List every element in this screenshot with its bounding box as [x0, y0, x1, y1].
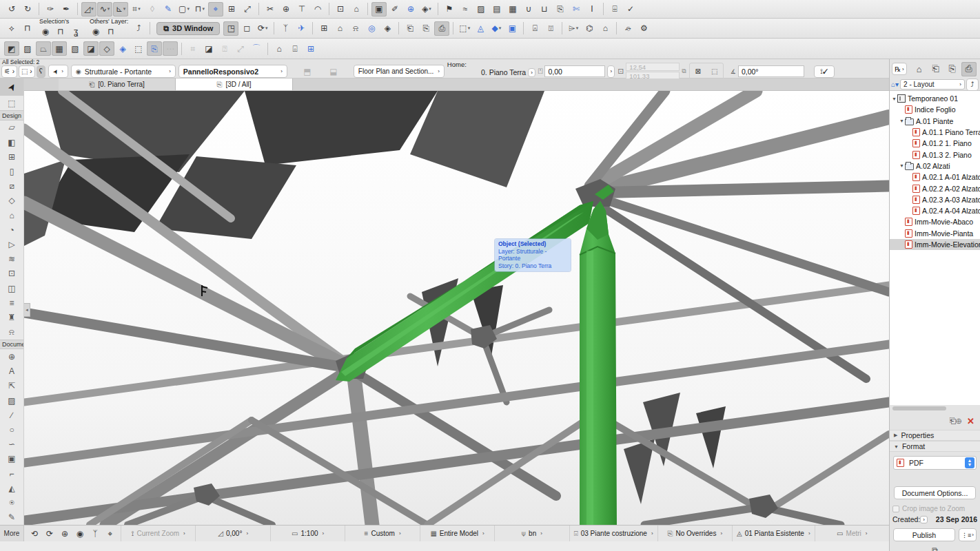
- mesh-tool[interactable]: ≋: [0, 252, 23, 267]
- layout-book-icon[interactable]: ⎘: [945, 62, 960, 76]
- tree-item[interactable]: Imm-Movie-Abaco: [890, 216, 980, 227]
- gravity-icon[interactable]: ✎: [161, 2, 176, 17]
- layers-blue-icon[interactable]: ⎘: [147, 41, 162, 56]
- rotation-segment[interactable]: ◿0,00°›: [195, 526, 269, 541]
- tree-item[interactable]: Imm-Movie-Pianta: [890, 228, 980, 239]
- frame-expand-icon[interactable]: ⤢: [233, 41, 248, 56]
- 3d-viewport[interactable]: Object (Selected) Layer: Strutturale - P…: [24, 91, 889, 525]
- lamp-tool[interactable]: ⍾: [0, 325, 23, 340]
- door-tool[interactable]: ◧: [0, 135, 23, 149]
- ghost-cube-1-icon[interactable]: ⬒: [300, 64, 315, 79]
- elevation-chooser[interactable]: ›: [607, 65, 615, 78]
- column-tool[interactable]: ▯: [0, 164, 23, 178]
- tree-item[interactable]: ▼Temporaneo 01: [890, 93, 980, 104]
- palette-handle[interactable]: ◂: [24, 303, 30, 317]
- door-leaf-icon[interactable]: ⎘: [553, 2, 568, 17]
- hatch-icon[interactable]: ▨: [473, 2, 489, 17]
- object-chooser[interactable]: PannelloResponsivo2 ›: [178, 65, 287, 78]
- eye-preview-icon[interactable]: ◉: [73, 526, 87, 541]
- overrides-segment[interactable]: ⎘No Overrides›: [657, 526, 732, 541]
- others-show-icon[interactable]: ◉: [88, 25, 103, 39]
- units-segment[interactable]: ▭Metri›: [815, 526, 889, 541]
- drop-icon[interactable]: ∪: [521, 2, 536, 17]
- schedule-table-icon[interactable]: ⌹: [607, 2, 622, 17]
- zoom-in-icon[interactable]: ⊕: [58, 526, 72, 541]
- expander-icon[interactable]: ▼: [899, 163, 905, 168]
- fit-icon[interactable]: ⤢: [240, 2, 255, 17]
- coord-abs-icon[interactable]: ⊠: [691, 64, 706, 79]
- line-tool[interactable]: ∕: [0, 408, 23, 422]
- render-brush-icon[interactable]: ⍓: [527, 21, 542, 36]
- layers-book-icon[interactable]: ▤: [489, 2, 504, 17]
- 3d-window-button[interactable]: ⧉3D Window: [156, 22, 220, 35]
- walk-mode-icon[interactable]: ᛉ: [88, 526, 102, 541]
- tree-item[interactable]: A.01.3 2. Piano: [890, 149, 980, 160]
- curtain-wall-tool[interactable]: ◫: [0, 281, 23, 295]
- look-to-icon[interactable]: ◎: [364, 21, 379, 36]
- subset-tool-1-icon[interactable]: ⚟ ›: [1, 65, 17, 78]
- snap-guides-icon[interactable]: ∿: [97, 2, 112, 17]
- zoom-home-icon[interactable]: ⌂: [332, 21, 347, 36]
- tree-item[interactable]: A.02.4 A-04 Alzato Ov: [890, 205, 980, 216]
- elevation-tool[interactable]: ◭: [0, 481, 23, 495]
- format-select[interactable]: PDF ▲▼: [893, 456, 977, 470]
- dense-grid-icon[interactable]: ▦: [505, 2, 520, 17]
- zone-tool[interactable]: ⊡: [0, 267, 23, 281]
- project-chooser-button[interactable]: ℞ ›: [892, 63, 907, 75]
- view-map-icon[interactable]: ⎗: [928, 62, 943, 76]
- window-blue-icon[interactable]: ⊞: [303, 41, 318, 56]
- trim-icon[interactable]: ✄: [569, 2, 584, 17]
- expander-icon[interactable]: ▼: [899, 118, 905, 123]
- home-dashed-icon[interactable]: ⌂: [272, 41, 287, 56]
- format-header[interactable]: ▼ Format: [890, 441, 980, 452]
- fill-angle-icon[interactable]: ◪: [83, 41, 99, 56]
- renovation-icon[interactable]: ⚑: [442, 2, 457, 17]
- add-shortcut-icon[interactable]: ⎗⊕: [950, 416, 961, 426]
- arrow-tool-chooser[interactable]: ➤ ›: [48, 65, 68, 78]
- clipboard-icon[interactable]: ⎙: [434, 21, 449, 36]
- solid-op-icon[interactable]: ◈: [419, 2, 434, 17]
- orbit-icon[interactable]: ⟳: [255, 21, 270, 36]
- others-lock-icon[interactable]: ⊓: [103, 25, 119, 39]
- dimension-tool[interactable]: ⊕: [0, 349, 23, 364]
- apply-parameters-button[interactable]: ⟟✓: [814, 65, 835, 78]
- layer-chooser[interactable]: ◉ Strutturale - Portante ›: [71, 65, 176, 78]
- wall-tool[interactable]: ▱: [0, 121, 23, 135]
- pen-set-segment[interactable]: ⍦bn›: [494, 526, 569, 541]
- home-story-icon[interactable]: ⌂: [349, 2, 364, 17]
- jump-up-button[interactable]: ⤴: [966, 79, 979, 91]
- lock-unlock-icon[interactable]: ⊓: [20, 21, 35, 36]
- text-tool[interactable]: A: [0, 364, 23, 379]
- person-target-icon[interactable]: ⍾: [348, 21, 363, 36]
- perspective-icon[interactable]: ◳: [223, 21, 238, 36]
- paint-icon[interactable]: ⊔: [537, 2, 552, 17]
- figure-tool[interactable]: ▣: [0, 452, 23, 466]
- camera-add-icon[interactable]: ⌬: [582, 21, 597, 36]
- tree-item[interactable]: A.02.3 A-03 Alzato Su: [890, 194, 980, 205]
- fill-corner-icon[interactable]: ◩: [4, 41, 19, 56]
- adjust-icon[interactable]: ⊤: [294, 2, 309, 17]
- camera-icon[interactable]: ⌲: [566, 21, 581, 36]
- selection-lock-icon[interactable]: ⊓: [53, 25, 68, 39]
- spell-check-icon[interactable]: ✓: [623, 2, 638, 17]
- book-open-icon[interactable]: ⌻: [287, 41, 303, 56]
- mesh-icon[interactable]: ≈: [458, 2, 473, 17]
- layout-dropdown[interactable]: 2 - Layout ›: [900, 79, 965, 90]
- fill-tool[interactable]: ▨: [0, 393, 23, 408]
- fit-in-window-icon[interactable]: ⌖: [103, 526, 117, 541]
- 3d-cutting-icon[interactable]: ⊞: [316, 21, 331, 36]
- fill-dense-icon[interactable]: ▦: [52, 41, 67, 56]
- copy-pages-icon[interactable]: ⎗: [402, 21, 418, 36]
- coord-rel-icon[interactable]: ⬚: [707, 64, 722, 79]
- axonometry-icon[interactable]: ◻: [239, 21, 254, 36]
- material-icon[interactable]: ◆: [489, 21, 504, 36]
- tree-item[interactable]: ▼A.02 Alzati: [890, 160, 980, 171]
- fill-diamond-blue-icon[interactable]: ◈: [115, 41, 130, 56]
- model-view-segment[interactable]: ⌻03 Piante costruzione›: [569, 526, 657, 541]
- frame-dashed-icon[interactable]: ⬚: [131, 41, 146, 56]
- elevation-input[interactable]: [544, 65, 605, 77]
- movie-camera-icon[interactable]: ⌮: [620, 21, 635, 36]
- beam-tool[interactable]: ⧄: [0, 179, 23, 194]
- spline-tool[interactable]: ∽: [0, 437, 23, 452]
- object-tool[interactable]: ♜: [0, 310, 23, 324]
